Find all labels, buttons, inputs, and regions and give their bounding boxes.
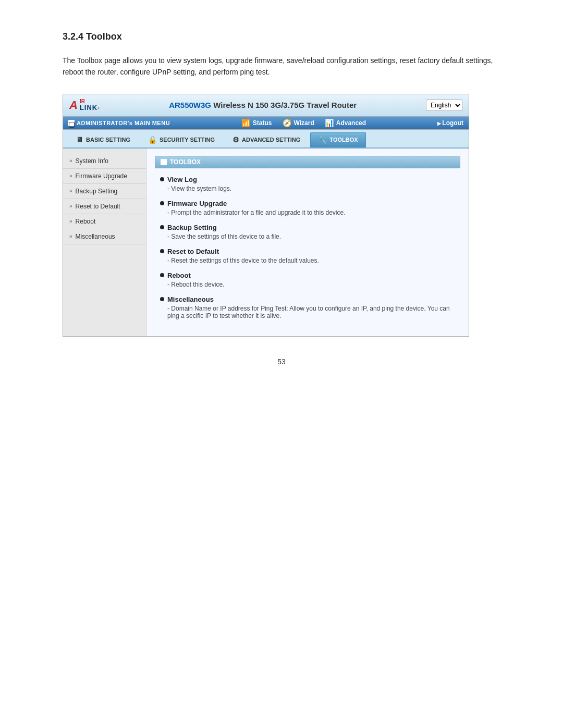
wizard-icon: 🧭 bbox=[283, 119, 291, 127]
toolbox-desc-view-log: - View the system logs. bbox=[160, 185, 455, 192]
toolbox-title-backup-setting: Backup Setting bbox=[160, 224, 455, 231]
sidebar-label-miscellaneous: Miscellaneous bbox=[76, 233, 115, 240]
tab-security-setting[interactable]: 🔒 SECURITY SETTING bbox=[140, 132, 223, 147]
sidebar: » System Info » Firmware Upgrade » Backu… bbox=[63, 149, 146, 336]
nav-status-label: Status bbox=[253, 119, 272, 127]
bullet-view-log bbox=[160, 177, 164, 181]
toolbox-title-reboot: Reboot bbox=[160, 272, 455, 279]
panel-title-icon: ■ bbox=[161, 159, 167, 165]
bullet-system-info: » bbox=[69, 158, 72, 164]
product-name: AR550W3G bbox=[169, 101, 211, 109]
sidebar-item-system-info[interactable]: » System Info bbox=[63, 154, 146, 169]
bullet-backup bbox=[160, 225, 164, 229]
bullet-miscellaneous: » bbox=[69, 233, 72, 239]
admin-label: ADMINISTRATOR's MAIN MENU bbox=[77, 120, 170, 126]
sidebar-label-reset-to-default: Reset to Default bbox=[76, 203, 120, 210]
sidebar-item-miscellaneous[interactable]: » Miscellaneous bbox=[63, 229, 146, 244]
nav-center-items: 📶 Status 🧭 Wizard 📊 Advanced bbox=[241, 119, 366, 127]
bullet-misc bbox=[160, 297, 164, 301]
sidebar-label-firmware-upgrade: Firmware Upgrade bbox=[76, 172, 127, 180]
toolbox-item-firmware-upgrade: Firmware Upgrade - Prompt the administra… bbox=[160, 200, 455, 216]
bullet-backup-setting: » bbox=[69, 188, 72, 194]
section-description: The Toolbox page allows you to view syst… bbox=[63, 55, 500, 78]
bullet-firmware-upgrade: » bbox=[69, 173, 72, 179]
toolbox-item-view-log: View Log - View the system logs. bbox=[160, 176, 455, 192]
status-icon: 📶 bbox=[241, 119, 250, 127]
tab-basic-setting-label: BASIC SETTING bbox=[86, 137, 130, 143]
sidebar-item-reset-to-default[interactable]: » Reset to Default bbox=[63, 199, 146, 214]
tab-bar: 🖥 BASIC SETTING 🔒 SECURITY SETTING ⚙ ADV… bbox=[63, 130, 469, 149]
router-ui-frame: A IR LINK* AR550W3G Wireless N 150 3G/3.… bbox=[63, 94, 469, 337]
bullet-reboot-panel bbox=[160, 273, 164, 277]
toolbox-desc-firmware-upgrade: - Prompt the administrator for a file an… bbox=[160, 209, 455, 216]
toolbox-title-view-log: View Log bbox=[160, 176, 455, 183]
toolbox-title-miscellaneous: Miscellaneous bbox=[160, 295, 455, 303]
sidebar-label-reboot: Reboot bbox=[76, 218, 96, 225]
toolbox-item-backup-setting: Backup Setting - Save the settings of th… bbox=[160, 224, 455, 240]
sidebar-item-firmware-upgrade[interactable]: » Firmware Upgrade bbox=[63, 169, 146, 184]
sidebar-item-backup-setting[interactable]: » Backup Setting bbox=[63, 184, 146, 199]
toolbox-item-reboot: Reboot - Reboot this device. bbox=[160, 272, 455, 288]
advanced-setting-icon: ⚙ bbox=[232, 135, 239, 144]
section-title: 3.2.4 Toolbox bbox=[63, 31, 500, 42]
product-title: AR550W3G Wireless N 150 3G/3.75G Travel … bbox=[100, 101, 426, 109]
toolbox-desc-reboot: - Reboot this device. bbox=[160, 281, 455, 288]
nav-advanced-label: Advanced bbox=[336, 119, 366, 127]
nav-wizard[interactable]: 🧭 Wizard bbox=[283, 119, 314, 127]
advanced-icon: 📊 bbox=[325, 119, 334, 127]
nav-wizard-label: Wizard bbox=[294, 119, 314, 127]
bullet-reboot: » bbox=[69, 218, 72, 224]
toolbox-item-miscellaneous: Miscellaneous - Domain Name or IP addres… bbox=[160, 295, 455, 319]
panel-title-bar: ■ TOOLBOX bbox=[155, 156, 460, 168]
toolbox-desc-miscellaneous: - Domain Name or IP address for Ping Tes… bbox=[160, 305, 455, 319]
security-setting-icon: 🔒 bbox=[148, 135, 157, 144]
tab-advanced-setting-label: ADVANCED SETTING bbox=[242, 137, 300, 143]
toolbox-list: View Log - View the system logs. Firmwar… bbox=[155, 176, 460, 319]
nav-status[interactable]: 📶 Status bbox=[241, 119, 272, 127]
router-navbar: ▢ ADMINISTRATOR's MAIN MENU 📶 Status 🧭 W… bbox=[63, 117, 469, 130]
bullet-reset bbox=[160, 249, 164, 253]
nav-advanced[interactable]: 📊 Advanced bbox=[325, 119, 366, 127]
router-header: A IR LINK* AR550W3G Wireless N 150 3G/3.… bbox=[63, 94, 469, 117]
tab-toolbox[interactable]: 🔧 TOOLBOX bbox=[310, 132, 365, 147]
logo-a-letter: A bbox=[69, 98, 78, 112]
language-selector-wrapper[interactable]: English bbox=[426, 100, 462, 111]
tab-toolbox-label: TOOLBOX bbox=[329, 137, 358, 143]
sidebar-label-backup-setting: Backup Setting bbox=[76, 188, 118, 195]
sidebar-label-system-info: System Info bbox=[76, 157, 108, 165]
toolbox-title-firmware-upgrade: Firmware Upgrade bbox=[160, 200, 455, 207]
admin-icon: ▢ bbox=[68, 120, 75, 126]
logo-link-text: LINK* bbox=[80, 104, 100, 111]
tab-advanced-setting[interactable]: ⚙ ADVANCED SETTING bbox=[225, 132, 308, 147]
bullet-firmware bbox=[160, 201, 164, 205]
toolbox-tab-icon: 🔧 bbox=[318, 135, 327, 144]
toolbox-item-reset-to-default: Reset to Default - Reset the settings of… bbox=[160, 248, 455, 264]
toolbox-title-reset-to-default: Reset to Default bbox=[160, 248, 455, 255]
bullet-reset-to-default: » bbox=[69, 203, 72, 209]
basic-setting-icon: 🖥 bbox=[76, 135, 83, 144]
tab-security-setting-label: SECURITY SETTING bbox=[160, 137, 215, 143]
tab-basic-setting[interactable]: 🖥 BASIC SETTING bbox=[68, 132, 138, 147]
sidebar-item-reboot[interactable]: » Reboot bbox=[63, 214, 146, 229]
main-panel: ■ TOOLBOX View Log - View the system log… bbox=[146, 149, 469, 336]
router-body: » System Info » Firmware Upgrade » Backu… bbox=[63, 149, 469, 336]
nav-admin-section: ▢ ADMINISTRATOR's MAIN MENU bbox=[68, 120, 170, 126]
page-number: 53 bbox=[63, 357, 500, 366]
toolbox-desc-backup-setting: - Save the settings of this device to a … bbox=[160, 233, 455, 240]
nav-logout[interactable]: Logout bbox=[437, 119, 463, 127]
toolbox-desc-reset-to-default: - Reset the settings of this device to t… bbox=[160, 257, 455, 264]
language-select[interactable]: English bbox=[426, 100, 462, 111]
panel-title-text: TOOLBOX bbox=[170, 158, 201, 166]
router-logo: A IR LINK* bbox=[69, 98, 100, 112]
